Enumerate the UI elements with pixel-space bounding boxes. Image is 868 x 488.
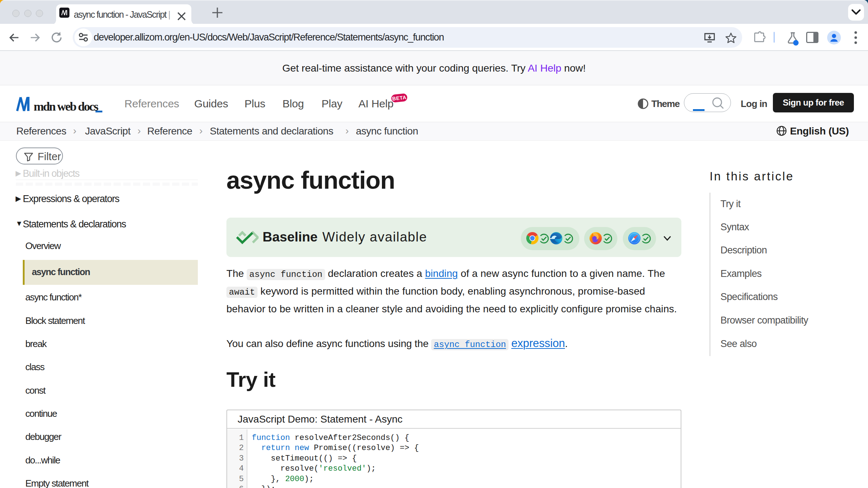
svg-text:mdn web docs: mdn web docs bbox=[34, 100, 98, 113]
